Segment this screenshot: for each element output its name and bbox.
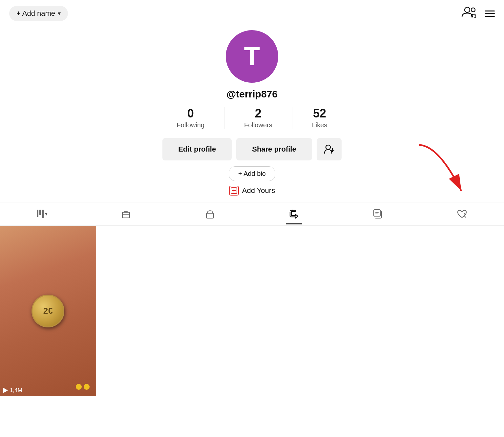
tab-tagged[interactable] [336,204,420,224]
tab-shop[interactable] [84,204,168,224]
username: @terrip876 [226,89,278,100]
tab-bar: ▾ [0,202,504,226]
video-thumbnail[interactable]: 2€ 1,4M [0,226,96,396]
likes-stat[interactable]: 52 Likes [292,107,347,129]
stats-row: 0 Following 2 Followers 52 Likes [157,107,347,129]
liked-icon [457,209,467,219]
chevron-down-icon: ▾ [45,211,48,217]
likes-count: 52 [313,107,326,120]
svg-point-4 [326,145,330,150]
following-count: 0 [187,107,194,120]
svg-point-1 [471,8,475,12]
video-grid: 2€ 1,4M [0,226,504,396]
tab-liked[interactable] [420,204,504,224]
following-label: Following [177,121,204,129]
avatar-letter: T [244,43,260,70]
followers-stat[interactable]: 2 Followers [224,107,292,129]
followers-count: 2 [255,107,262,120]
add-yours-row[interactable]: Add Yours [229,186,275,196]
avatar[interactable]: T [226,30,278,83]
share-profile-button[interactable]: Share profile [236,138,312,160]
lock-icon [205,209,215,219]
repost-icon [289,209,299,219]
edit-profile-button[interactable]: Edit profile [162,138,232,160]
top-bar: + Add name ▾ 3 [0,0,504,27]
chevron-down-icon: ▾ [58,10,61,17]
add-yours-label: Add Yours [242,186,275,195]
grid-icon [37,210,44,218]
hamburger-menu-icon[interactable] [485,10,495,17]
add-friend-button[interactable] [317,138,342,160]
add-name-button[interactable]: + Add name ▾ [9,6,68,21]
profile-area: T @terrip876 0 Following 2 Followers 52 … [0,27,504,396]
tab-repost[interactable] [252,204,336,224]
shop-icon [121,209,131,219]
following-stat[interactable]: 0 Following [157,107,224,129]
profile-section: T @terrip876 0 Following 2 Followers 52 … [0,27,504,202]
svg-rect-10 [122,212,130,218]
action-buttons: Edit profile Share profile [162,138,341,160]
grid-filter-dropdown[interactable]: ▾ [37,210,48,218]
svg-rect-13 [374,210,380,216]
top-right-actions: 3 [461,7,495,20]
tab-grid[interactable]: ▾ [0,204,84,223]
likes-label: Likes [312,121,327,129]
svg-rect-12 [206,213,214,218]
tagged-icon [373,209,383,219]
add-name-label: + Add name [16,9,55,18]
svg-text:3: 3 [474,13,476,18]
video-view-count: 1,4M [3,387,22,394]
tab-locked[interactable] [168,204,252,224]
play-icon [3,388,8,393]
add-yours-icon [229,186,239,196]
followers-label: Followers [244,121,272,129]
svg-point-0 [465,7,470,12]
people-icon[interactable]: 3 [461,7,477,20]
add-bio-button[interactable]: + Add bio [229,166,275,181]
